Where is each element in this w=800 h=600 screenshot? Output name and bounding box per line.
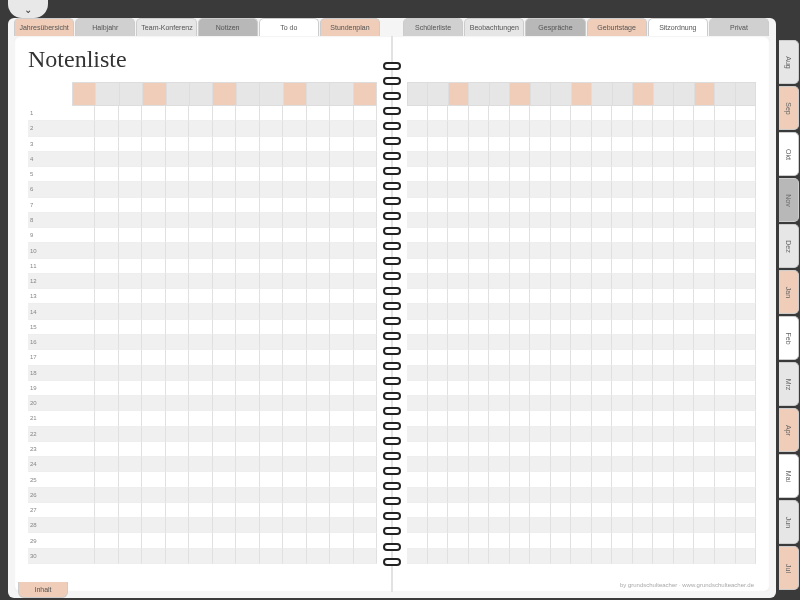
grid-cell[interactable]: [307, 259, 330, 274]
grid-cell[interactable]: [448, 198, 469, 213]
grid-cell[interactable]: [469, 259, 490, 274]
grid-cell[interactable]: [469, 198, 490, 213]
grid-cell[interactable]: [736, 289, 757, 304]
grid-cell[interactable]: [489, 457, 510, 472]
tab-halbjahr[interactable]: Halbjahr: [75, 18, 135, 36]
grid-cell[interactable]: [119, 198, 142, 213]
grid-cell[interactable]: [653, 243, 674, 258]
grid-cell[interactable]: [166, 488, 189, 503]
grid-cell[interactable]: [354, 457, 377, 472]
grid-cell[interactable]: [260, 259, 283, 274]
grid-cell[interactable]: [166, 381, 189, 396]
grid-cell[interactable]: [571, 320, 592, 335]
grid-cell[interactable]: [612, 533, 633, 548]
grid-cell[interactable]: [283, 182, 306, 197]
grid-cell[interactable]: [551, 411, 572, 426]
grid-cell[interactable]: [448, 350, 469, 365]
grid-cell[interactable]: [236, 411, 259, 426]
grid-cell[interactable]: [283, 259, 306, 274]
grid-cell[interactable]: [236, 121, 259, 136]
grid-cell[interactable]: [469, 304, 490, 319]
grid-cell[interactable]: [510, 442, 531, 457]
grid-cell[interactable]: [189, 137, 212, 152]
grid-cell[interactable]: [448, 335, 469, 350]
grid-cell[interactable]: [407, 121, 428, 136]
grid-cell[interactable]: [354, 381, 377, 396]
grid-cell[interactable]: [213, 274, 236, 289]
grid-cell[interactable]: [653, 366, 674, 381]
grid-cell[interactable]: [571, 427, 592, 442]
grid-cell[interactable]: [694, 182, 715, 197]
grid-cell[interactable]: [119, 366, 142, 381]
grid-cell[interactable]: [592, 549, 613, 564]
grid-cell[interactable]: [166, 152, 189, 167]
grid-cell[interactable]: [283, 518, 306, 533]
grid-cell[interactable]: [694, 320, 715, 335]
grid-cell[interactable]: [694, 518, 715, 533]
grid-cell[interactable]: [260, 366, 283, 381]
grid-cell[interactable]: [166, 137, 189, 152]
grid-cell[interactable]: [551, 381, 572, 396]
grid-cell[interactable]: [736, 228, 757, 243]
grid-cell[interactable]: [551, 533, 572, 548]
grid-cell[interactable]: [612, 289, 633, 304]
grid-cell[interactable]: [213, 427, 236, 442]
grid-cell[interactable]: [612, 503, 633, 518]
grid-cell[interactable]: [283, 213, 306, 228]
grid-cell[interactable]: [213, 488, 236, 503]
grid-cell[interactable]: [510, 182, 531, 197]
grid-cell[interactable]: [307, 106, 330, 121]
grid-cell[interactable]: [551, 442, 572, 457]
grid-cell[interactable]: [694, 137, 715, 152]
grid-cell[interactable]: [571, 198, 592, 213]
grid-cell[interactable]: [653, 396, 674, 411]
grid-cell[interactable]: [95, 472, 118, 487]
grid-cell[interactable]: [119, 396, 142, 411]
grid-cell[interactable]: [283, 228, 306, 243]
grid-cell[interactable]: [736, 533, 757, 548]
grid-cell[interactable]: [142, 488, 165, 503]
grid-cell[interactable]: [354, 243, 377, 258]
grid-cell[interactable]: [236, 442, 259, 457]
grid-cell[interactable]: [95, 182, 118, 197]
grid-cell[interactable]: [674, 289, 695, 304]
grid-cell[interactable]: [653, 274, 674, 289]
grid-cell[interactable]: [653, 381, 674, 396]
grid-cell[interactable]: [72, 533, 95, 548]
grid-cell[interactable]: [530, 320, 551, 335]
grid-cell[interactable]: [551, 304, 572, 319]
grid-cell[interactable]: [142, 442, 165, 457]
grid-cell[interactable]: [530, 121, 551, 136]
grid-cell[interactable]: [307, 228, 330, 243]
grid-cell[interactable]: [119, 320, 142, 335]
grid-cell[interactable]: [72, 274, 95, 289]
grid-cell[interactable]: [330, 198, 353, 213]
grid-cell[interactable]: [612, 304, 633, 319]
grid-cell[interactable]: [694, 396, 715, 411]
grid-cell[interactable]: [307, 198, 330, 213]
grid-cell[interactable]: [428, 457, 449, 472]
grid-cell[interactable]: [119, 442, 142, 457]
month-tab-okt[interactable]: Okt: [779, 132, 799, 176]
grid-cell[interactable]: [283, 381, 306, 396]
grid-cell[interactable]: [592, 259, 613, 274]
tab-privat[interactable]: Privat: [709, 18, 769, 36]
grid-cell[interactable]: [530, 243, 551, 258]
grid-cell[interactable]: [653, 488, 674, 503]
grid-cell[interactable]: [72, 442, 95, 457]
grid-cell[interactable]: [283, 488, 306, 503]
grid-cell[interactable]: [551, 243, 572, 258]
grid-cell[interactable]: [307, 213, 330, 228]
month-tab-jul[interactable]: Jul: [779, 546, 799, 590]
grid-cell[interactable]: [489, 381, 510, 396]
grid-cell[interactable]: [213, 472, 236, 487]
grid-cell[interactable]: [354, 106, 377, 121]
tab-sch-lerliste[interactable]: Schülerliste: [403, 18, 463, 36]
grid-cell[interactable]: [72, 152, 95, 167]
grid-cell[interactable]: [330, 411, 353, 426]
grid-cell[interactable]: [307, 396, 330, 411]
grid-cell[interactable]: [530, 304, 551, 319]
tab-notizen[interactable]: Notizen: [198, 18, 258, 36]
grid-cell[interactable]: [592, 472, 613, 487]
grid-cell[interactable]: [236, 137, 259, 152]
